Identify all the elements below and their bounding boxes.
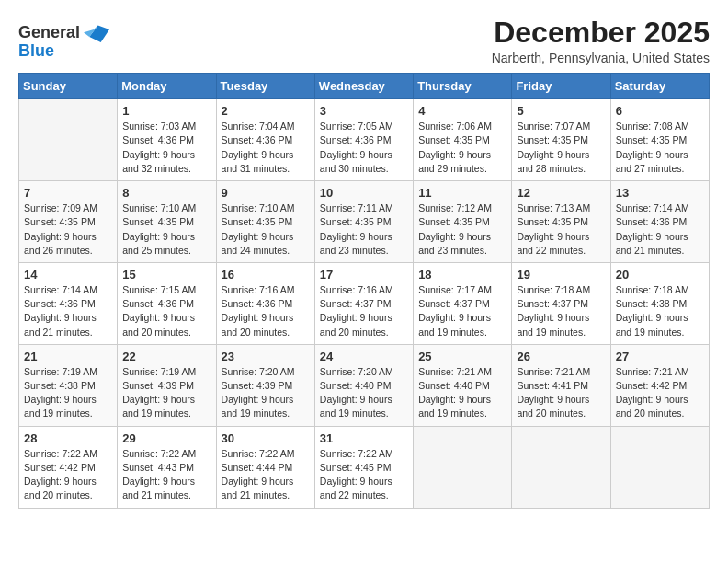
calendar-cell: 19Sunrise: 7:18 AMSunset: 4:37 PMDayligh… [512, 262, 610, 344]
calendar-cell: 11Sunrise: 7:12 AMSunset: 4:35 PMDayligh… [414, 181, 512, 263]
day-number: 13 [616, 186, 704, 200]
calendar-cell: 31Sunrise: 7:22 AMSunset: 4:45 PMDayligh… [314, 426, 413, 508]
day-info: Sunrise: 7:07 AMSunset: 4:35 PMDaylight:… [517, 120, 605, 176]
header: General Blue December 2025 Narberth, Pen… [18, 17, 710, 65]
day-info: Sunrise: 7:13 AMSunset: 4:35 PMDaylight:… [517, 201, 605, 258]
calendar-cell: 6Sunrise: 7:08 AMSunset: 4:35 PMDaylight… [610, 99, 709, 181]
calendar-cell: 9Sunrise: 7:10 AMSunset: 4:35 PMDaylight… [216, 181, 314, 263]
calendar-cell: 7Sunrise: 7:09 AMSunset: 4:35 PMDaylight… [19, 181, 118, 263]
day-info: Sunrise: 7:22 AMSunset: 4:42 PMDaylight:… [24, 447, 112, 503]
day-info: Sunrise: 7:16 AMSunset: 4:36 PMDaylight:… [222, 283, 310, 339]
calendar-cell: 3Sunrise: 7:05 AMSunset: 4:36 PMDaylight… [314, 99, 413, 181]
calendar-header: Sunday Monday Tuesday Wednesday Thursday… [19, 74, 710, 99]
day-number: 26 [517, 350, 605, 363]
day-number: 20 [616, 268, 704, 282]
day-number: 9 [222, 186, 310, 200]
calendar-cell: 14Sunrise: 7:14 AMSunset: 4:36 PMDayligh… [19, 262, 118, 344]
day-info: Sunrise: 7:05 AMSunset: 4:36 PMDaylight:… [320, 120, 408, 176]
day-info: Sunrise: 7:19 AMSunset: 4:38 PMDaylight:… [24, 365, 112, 421]
day-number: 22 [122, 350, 210, 363]
calendar-table: Sunday Monday Tuesday Wednesday Thursday… [18, 73, 710, 508]
calendar-cell: 28Sunrise: 7:22 AMSunset: 4:42 PMDayligh… [19, 426, 118, 508]
header-saturday: Saturday [610, 74, 709, 99]
logo-bird-icon [84, 20, 109, 46]
calendar-cell: 17Sunrise: 7:16 AMSunset: 4:37 PMDayligh… [314, 262, 413, 344]
calendar-cell: 15Sunrise: 7:15 AMSunset: 4:36 PMDayligh… [118, 262, 216, 344]
day-info: Sunrise: 7:21 AMSunset: 4:42 PMDaylight:… [616, 365, 704, 421]
calendar-cell: 30Sunrise: 7:22 AMSunset: 4:44 PMDayligh… [216, 426, 314, 508]
day-info: Sunrise: 7:06 AMSunset: 4:35 PMDaylight:… [418, 120, 506, 176]
day-number: 3 [320, 104, 408, 118]
calendar-week-row-2: 7Sunrise: 7:09 AMSunset: 4:35 PMDaylight… [19, 181, 710, 263]
header-thursday: Thursday [414, 74, 512, 99]
subtitle: Narberth, Pennsylvania, United States [492, 51, 710, 65]
day-info: Sunrise: 7:10 AMSunset: 4:35 PMDaylight:… [222, 201, 310, 258]
calendar-body: 1Sunrise: 7:03 AMSunset: 4:36 PMDaylight… [19, 99, 710, 508]
calendar-week-row-4: 21Sunrise: 7:19 AMSunset: 4:38 PMDayligh… [19, 344, 710, 426]
day-number: 21 [24, 350, 112, 363]
day-number: 23 [222, 350, 310, 363]
day-number: 15 [122, 268, 210, 282]
day-number: 7 [24, 186, 112, 200]
day-info: Sunrise: 7:09 AMSunset: 4:35 PMDaylight:… [24, 201, 112, 258]
day-info: Sunrise: 7:10 AMSunset: 4:35 PMDaylight:… [122, 201, 210, 258]
header-sunday: Sunday [19, 74, 118, 99]
day-number: 16 [222, 268, 310, 282]
day-info: Sunrise: 7:08 AMSunset: 4:35 PMDaylight:… [616, 120, 704, 176]
calendar-cell: 18Sunrise: 7:17 AMSunset: 4:37 PMDayligh… [414, 262, 512, 344]
day-number: 30 [222, 431, 310, 445]
calendar-cell: 2Sunrise: 7:04 AMSunset: 4:36 PMDaylight… [216, 99, 314, 181]
calendar-cell: 1Sunrise: 7:03 AMSunset: 4:36 PMDaylight… [118, 99, 216, 181]
day-info: Sunrise: 7:14 AMSunset: 4:36 PMDaylight:… [616, 201, 704, 258]
calendar-cell [414, 426, 512, 508]
day-number: 17 [320, 268, 408, 282]
day-info: Sunrise: 7:22 AMSunset: 4:44 PMDaylight:… [222, 447, 310, 503]
day-number: 27 [616, 350, 704, 363]
calendar-cell [19, 99, 118, 181]
day-info: Sunrise: 7:18 AMSunset: 4:37 PMDaylight:… [517, 283, 605, 339]
day-info: Sunrise: 7:21 AMSunset: 4:40 PMDaylight:… [418, 365, 506, 421]
main-title: December 2025 [492, 17, 710, 49]
page: General Blue December 2025 Narberth, Pen… [0, 0, 728, 563]
day-number: 10 [320, 186, 408, 200]
day-number: 28 [24, 431, 112, 445]
day-number: 24 [320, 350, 408, 363]
day-number: 8 [122, 186, 210, 200]
day-info: Sunrise: 7:04 AMSunset: 4:36 PMDaylight:… [222, 120, 310, 176]
calendar-cell: 29Sunrise: 7:22 AMSunset: 4:43 PMDayligh… [118, 426, 216, 508]
title-block: December 2025 Narberth, Pennsylvania, Un… [492, 17, 710, 65]
calendar-week-row-5: 28Sunrise: 7:22 AMSunset: 4:42 PMDayligh… [19, 426, 710, 508]
calendar-cell: 24Sunrise: 7:20 AMSunset: 4:40 PMDayligh… [314, 344, 413, 426]
calendar-cell: 21Sunrise: 7:19 AMSunset: 4:38 PMDayligh… [19, 344, 118, 426]
logo: General Blue [18, 20, 109, 61]
header-row: Sunday Monday Tuesday Wednesday Thursday… [19, 74, 710, 99]
calendar-cell: 22Sunrise: 7:19 AMSunset: 4:39 PMDayligh… [118, 344, 216, 426]
day-number: 12 [517, 186, 605, 200]
calendar-cell: 27Sunrise: 7:21 AMSunset: 4:42 PMDayligh… [610, 344, 709, 426]
logo-text-blue: Blue [18, 42, 54, 61]
calendar-cell [610, 426, 709, 508]
calendar-cell: 4Sunrise: 7:06 AMSunset: 4:35 PMDaylight… [414, 99, 512, 181]
day-info: Sunrise: 7:11 AMSunset: 4:35 PMDaylight:… [320, 201, 408, 258]
calendar-cell [512, 426, 610, 508]
day-number: 2 [222, 104, 310, 118]
calendar-cell: 23Sunrise: 7:20 AMSunset: 4:39 PMDayligh… [216, 344, 314, 426]
calendar-cell: 25Sunrise: 7:21 AMSunset: 4:40 PMDayligh… [414, 344, 512, 426]
day-info: Sunrise: 7:16 AMSunset: 4:37 PMDaylight:… [320, 283, 408, 339]
header-monday: Monday [118, 74, 216, 99]
day-info: Sunrise: 7:20 AMSunset: 4:39 PMDaylight:… [222, 365, 310, 421]
day-info: Sunrise: 7:22 AMSunset: 4:43 PMDaylight:… [122, 447, 210, 503]
day-info: Sunrise: 7:17 AMSunset: 4:37 PMDaylight:… [418, 283, 506, 339]
day-number: 31 [320, 431, 408, 445]
day-number: 14 [24, 268, 112, 282]
day-number: 1 [122, 104, 210, 118]
calendar-cell: 5Sunrise: 7:07 AMSunset: 4:35 PMDaylight… [512, 99, 610, 181]
day-info: Sunrise: 7:18 AMSunset: 4:38 PMDaylight:… [616, 283, 704, 339]
day-info: Sunrise: 7:19 AMSunset: 4:39 PMDaylight:… [122, 365, 210, 421]
calendar-cell: 10Sunrise: 7:11 AMSunset: 4:35 PMDayligh… [314, 181, 413, 263]
day-number: 11 [418, 186, 506, 200]
day-info: Sunrise: 7:14 AMSunset: 4:36 PMDaylight:… [24, 283, 112, 339]
header-tuesday: Tuesday [216, 74, 314, 99]
header-friday: Friday [512, 74, 610, 99]
calendar-cell: 8Sunrise: 7:10 AMSunset: 4:35 PMDaylight… [118, 181, 216, 263]
